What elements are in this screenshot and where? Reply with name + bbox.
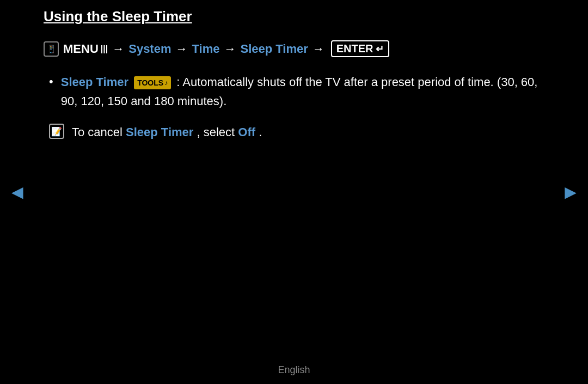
system-label: System <box>128 42 171 56</box>
note-middle: , select <box>197 125 238 139</box>
tools-badge: TOOLS ♪ <box>134 76 171 89</box>
page-title: Using the Sleep Timer <box>44 8 192 25</box>
time-label: Time <box>192 42 220 56</box>
note-icon: 📝 <box>49 124 64 139</box>
arrow-1: → <box>112 42 124 56</box>
note-text: To cancel Sleep Timer , select Off . <box>72 123 262 142</box>
arrow-3: → <box>224 42 236 56</box>
arrow-2: → <box>176 42 188 56</box>
nav-arrow-left[interactable]: ◄ <box>8 181 27 204</box>
nav-arrow-right[interactable]: ► <box>561 181 580 204</box>
enter-icon: ↵ <box>376 43 384 55</box>
footer-language: English <box>278 364 310 376</box>
bullet-text: Sleep Timer TOOLS ♪ : Automatically shut… <box>61 72 544 111</box>
note-suffix: . <box>259 125 262 139</box>
sleep-timer-nav-label: Sleep Timer <box>240 42 308 56</box>
note-section: 📝 To cancel Sleep Timer , select Off . <box>44 123 544 142</box>
main-content: Using the Sleep Timer 📱 MENU ||| → Syste… <box>44 0 544 142</box>
menu-navigation-line: 📱 MENU ||| → System → Time → Sleep Timer… <box>44 40 544 57</box>
menu-icon: 📱 <box>44 41 59 57</box>
note-off-label: Off <box>238 125 255 139</box>
bullet-section: • Sleep Timer TOOLS ♪ : Automatically sh… <box>44 72 544 111</box>
bullet-description: : Automatically shuts off the TV after a… <box>61 75 538 108</box>
arrow-4: → <box>313 42 324 56</box>
sleep-timer-label: Sleep Timer <box>61 75 128 89</box>
enter-box: ENTER ↵ <box>331 40 389 57</box>
menu-bars: ||| <box>101 44 108 54</box>
note-prefix: To cancel <box>72 125 126 139</box>
tools-music-icon: ♪ <box>164 78 168 88</box>
note-sleep-timer-label: Sleep Timer <box>126 125 193 139</box>
menu-text: MENU <box>63 42 99 56</box>
enter-label: ENTER <box>336 42 373 55</box>
tools-text: TOOLS <box>137 77 163 89</box>
bullet-point: • <box>49 72 53 90</box>
